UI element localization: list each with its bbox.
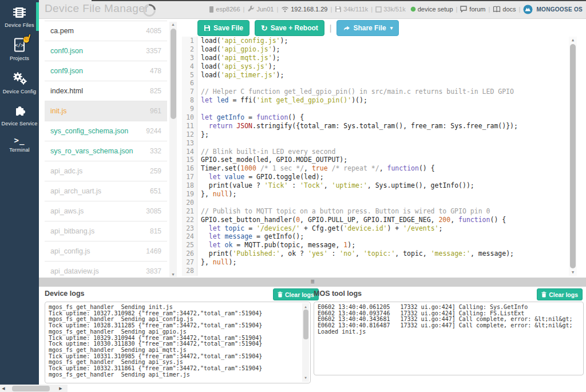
scrollbar-thumb[interactable] xyxy=(12,386,50,391)
sidebar-item-terminal[interactable]: >_ Terminal xyxy=(0,130,39,157)
scrollbar-thumb[interactable] xyxy=(171,29,176,119)
code-text: // Helper C function get_led_gpio_pin() … xyxy=(201,88,577,96)
sidebar-item-label: Projects xyxy=(0,56,39,61)
save-reboot-button[interactable]: ↻ Save + Reboot xyxy=(255,20,324,36)
toolbar-divider xyxy=(330,23,332,33)
code-line[interactable]: 11 return JSON.stringify({total_ram: Sys… xyxy=(182,122,577,130)
file-list-scrollbar[interactable]: ▲ ▼ xyxy=(169,22,177,277)
scroll-right-arrow[interactable]: ▶ xyxy=(57,385,64,392)
scroll-down-arrow[interactable]: ▼ xyxy=(169,272,177,276)
code-line[interactable]: 17 let value = GPIO.toggle(led); xyxy=(182,173,577,181)
header: Device File Manager esp8266 Jun01 192.16… xyxy=(39,0,586,19)
device-setup-link[interactable]: device setup xyxy=(410,6,453,13)
line-number: 20 xyxy=(182,199,194,207)
code-line[interactable]: 18 print(value ? 'Tick' : 'Tock', 'uptim… xyxy=(182,181,577,190)
file-row[interactable]: index.html825 xyxy=(45,81,167,101)
file-size: 815 xyxy=(150,227,161,235)
code-line[interactable]: 23 let topic = '/devices/' + Cfg.get('de… xyxy=(182,224,577,233)
sidebar-item-projects[interactable]: </> ☝ Projects xyxy=(0,32,39,65)
code-line[interactable]: 5load('api_timer.js'); xyxy=(182,71,577,80)
line-number: 3 xyxy=(182,54,194,62)
scrollbar-thumb[interactable] xyxy=(303,310,308,339)
code-line[interactable]: 6 xyxy=(182,79,577,88)
file-row[interactable]: conf9.json478 xyxy=(45,61,167,81)
code-line[interactable]: 28 xyxy=(182,267,577,275)
code-line[interactable]: 19}, null); xyxy=(182,190,577,199)
line-number: 26 xyxy=(182,250,194,258)
code-line[interactable]: 22GPIO.set_button_handler(0, GPIO.PULL_U… xyxy=(182,216,577,224)
code-editor[interactable]: 1load('api_config.js');2load('api_gpio.j… xyxy=(182,37,577,276)
code-text: load('api_config.js'); xyxy=(201,37,577,45)
separator xyxy=(371,6,373,13)
scroll-down-arrow[interactable]: ▼ xyxy=(302,375,309,381)
code-line[interactable]: 14// Blink built-in LED every second xyxy=(182,148,577,156)
file-size: 3357 xyxy=(146,47,161,55)
line-number: 21 xyxy=(182,207,194,216)
terminal-icon: >_ xyxy=(0,136,39,145)
scrollbar-thumb[interactable] xyxy=(570,44,576,268)
clear-mos-logs-button[interactable]: Clear logs xyxy=(537,288,583,300)
code-text: let ok = MQTT.pub(topic, message, 1); xyxy=(201,241,577,250)
file-row[interactable]: api_adc.js259 xyxy=(45,161,167,181)
line-number: 5 xyxy=(182,71,194,80)
code-text: }, null); xyxy=(201,190,577,199)
file-row[interactable]: api_aws.js3085 xyxy=(45,201,167,221)
code-line[interactable]: 9 xyxy=(182,105,577,113)
editor-scrollbar[interactable]: ▲ ▼ xyxy=(569,37,577,276)
code-line[interactable]: 27}, null); xyxy=(182,258,577,267)
sidebar-item-device-config[interactable]: Device Config xyxy=(0,65,39,98)
separator xyxy=(519,6,521,13)
file-row[interactable]: api_bitbang.js815 xyxy=(45,221,167,241)
code-text: Timer.set(1000 /* 1 sec */, true /* repe… xyxy=(201,164,577,173)
file-row[interactable]: conf0.json3357 xyxy=(45,41,167,61)
device-logs-panel[interactable]: mgos_fs_get_handler Sending init.jsTick … xyxy=(45,302,311,383)
code-line[interactable]: 15GPIO.set_mode(led, GPIO.MODE_OUTPUT); xyxy=(182,156,577,164)
line-number: 13 xyxy=(182,139,194,148)
code-line[interactable]: 20 xyxy=(182,199,577,207)
forum-link[interactable]: forum xyxy=(460,6,485,13)
code-line[interactable]: 8let led = ffi('int get_led_gpio_pin()')… xyxy=(182,96,577,105)
sidebar-item-label: Device Files xyxy=(0,22,39,28)
brand[interactable]: MONGOOSE OS xyxy=(523,5,583,14)
device-name: Jun01 xyxy=(247,6,274,13)
file-row[interactable]: init.js961 xyxy=(45,101,167,121)
code-line[interactable]: 12}; xyxy=(182,130,577,139)
panel-splitter[interactable]: ≡ xyxy=(39,278,586,287)
scroll-down-arrow[interactable]: ▼ xyxy=(569,270,577,275)
chip-icon xyxy=(0,5,39,20)
docs-link[interactable]: docs xyxy=(493,6,516,13)
code-line[interactable]: 25 let ok = MQTT.pub(topic, message, 1); xyxy=(182,241,577,250)
code-line[interactable]: 13 xyxy=(182,139,577,148)
file-row[interactable]: ca.pem4085 xyxy=(45,21,167,41)
code-line[interactable]: 26 print('Published:', ok ? 'yes' : 'no'… xyxy=(182,250,577,258)
device-logs-scrollbar[interactable]: ▲ ▼ xyxy=(302,303,309,382)
scroll-up-arrow[interactable]: ▲ xyxy=(569,38,577,42)
code-line[interactable]: 3load('api_mqtt.js'); xyxy=(182,54,577,62)
ram-usage: 33k/51k xyxy=(375,6,406,13)
line-number: 12 xyxy=(182,130,194,139)
mos-logs-panel[interactable]: E0602 13:40:40.061205 17332 ui.go:424] C… xyxy=(314,302,584,375)
code-line[interactable]: 16Timer.set(1000 /* 1 sec */, true /* re… xyxy=(182,164,577,173)
sidebar-item-device-service[interactable]: Device Service xyxy=(0,98,39,130)
code-line[interactable]: 21// Publish to MQTT topic on a button p… xyxy=(182,207,577,216)
code-line[interactable]: 10let getInfo = function() { xyxy=(182,113,577,122)
file-row[interactable]: api_arch_uart.js651 xyxy=(45,181,167,201)
code-line[interactable]: 4load('api_sys.js'); xyxy=(182,62,577,71)
scroll-up-arrow[interactable]: ▲ xyxy=(169,22,177,26)
file-row[interactable]: api_config.js1469 xyxy=(45,241,167,262)
page-horizontal-scrollbar[interactable]: ◀ ▶ xyxy=(0,385,586,392)
save-file-button[interactable]: Save File xyxy=(197,20,250,36)
clear-device-logs-button[interactable]: Clear logs xyxy=(273,288,319,300)
share-file-button[interactable]: Share File ▾ xyxy=(336,20,399,36)
sidebar-item-device-files[interactable]: Device Files xyxy=(0,0,39,32)
file-row[interactable]: sys_config_schema.json9244 xyxy=(45,121,167,141)
file-row[interactable]: sys_ro_vars_schema.json332 xyxy=(45,141,167,161)
code-line[interactable]: 7// Helper C function get_led_gpio_pin()… xyxy=(182,88,577,96)
code-line[interactable]: 1load('api_config.js'); xyxy=(182,37,577,45)
scrollbar-track[interactable]: ◀ ▶ xyxy=(0,385,68,392)
file-size: 4085 xyxy=(146,27,161,35)
code-line[interactable]: 24 let message = getInfo(); xyxy=(182,232,577,241)
file-name: api_config.js xyxy=(50,247,90,255)
code-line[interactable]: 2load('api_gpio.js'); xyxy=(182,45,577,54)
scroll-left-arrow[interactable]: ◀ xyxy=(0,385,7,392)
